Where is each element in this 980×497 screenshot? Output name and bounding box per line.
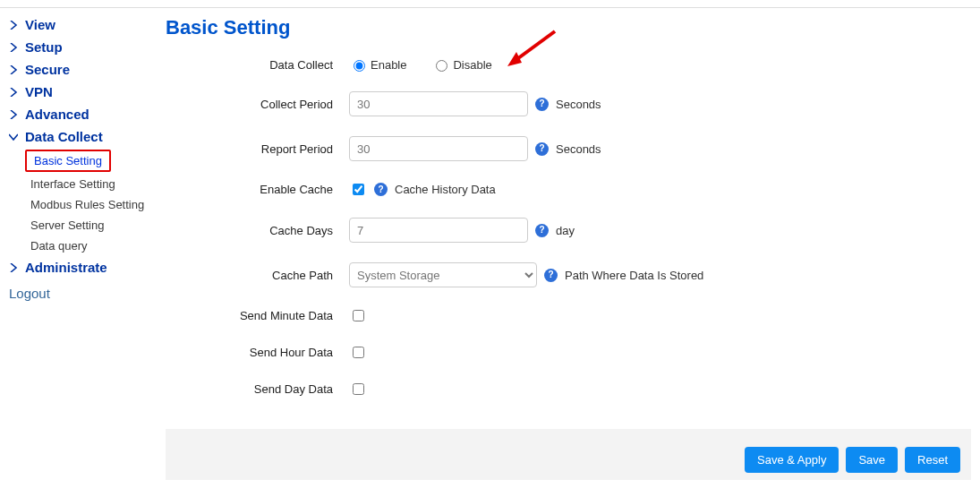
label-send-minute: Send Minute Data (166, 309, 349, 322)
row-collect-period: Collect Period ? Seconds (166, 91, 971, 116)
sidebar-item-administrate[interactable]: Administrate (7, 256, 149, 278)
save-apply-button[interactable]: Save & Apply (745, 447, 839, 473)
row-send-minute: Send Minute Data (166, 307, 971, 324)
help-icon[interactable]: ? (535, 98, 549, 111)
sidebar-sub-interface-setting[interactable]: Interface Setting (25, 174, 149, 194)
unit-report-period: Seconds (556, 142, 601, 156)
page-title: Basic Setting (166, 16, 971, 39)
sidebar-item-data-collect[interactable]: Data Collect (7, 125, 149, 148)
chevron-right-icon (7, 261, 20, 274)
sidebar-sub-data-query[interactable]: Data query (25, 236, 149, 256)
sidebar-item-setup[interactable]: Setup (7, 36, 149, 58)
sidebar-item-label: Data Collect (25, 129, 103, 144)
sidebar-item-label: Secure (25, 62, 70, 77)
row-report-period: Report Period ? Seconds (166, 136, 971, 161)
radio-enable-wrap[interactable]: Enable (349, 57, 406, 72)
row-cache-days: Cache Days ? day (166, 218, 971, 243)
sidebar: View Setup Secure VPN Advanced (0, 0, 157, 310)
label-send-hour: Send Hour Data (166, 346, 349, 359)
sidebar-sub-modbus-rules[interactable]: Modbus Rules Setting (25, 194, 149, 215)
unit-cache-days: day (556, 224, 575, 237)
label-send-day: Send Day Data (166, 382, 349, 396)
help-text-enable-cache: Cache History Data (395, 183, 496, 196)
chevron-right-icon (7, 86, 20, 99)
footer-bar: Save & Apply Save Reset (166, 429, 971, 480)
label-collect-period: Collect Period (166, 98, 349, 111)
help-text-cache-path: Path Where Data Is Stored (565, 269, 703, 282)
label-cache-days: Cache Days (166, 224, 349, 237)
chevron-down-icon (7, 131, 20, 143)
help-icon[interactable]: ? (374, 183, 388, 196)
checkbox-send-day[interactable] (353, 383, 364, 395)
checkbox-enable-cache[interactable] (353, 184, 364, 195)
chevron-right-icon (7, 64, 20, 76)
radio-disable-wrap[interactable]: Disable (431, 57, 491, 72)
layout: View Setup Secure VPN Advanced (0, 0, 980, 480)
radio-enable-label: Enable (371, 58, 406, 72)
save-button[interactable]: Save (846, 447, 898, 473)
input-cache-days[interactable] (349, 218, 528, 243)
chevron-right-icon (7, 108, 20, 121)
label-report-period: Report Period (166, 142, 349, 156)
row-enable-cache: Enable Cache ? Cache History Data (166, 181, 971, 198)
row-send-hour: Send Hour Data (166, 344, 971, 361)
radio-enable[interactable] (354, 60, 365, 72)
help-icon[interactable]: ? (535, 142, 549, 156)
sidebar-item-label: Administrate (25, 260, 107, 275)
label-data-collect: Data Collect (166, 58, 349, 72)
input-report-period[interactable] (349, 136, 528, 161)
radio-disable[interactable] (436, 60, 447, 72)
select-cache-path[interactable]: System Storage (349, 262, 537, 287)
sidebar-sub-server-setting[interactable]: Server Setting (25, 215, 149, 236)
row-data-collect: Data Collect Enable Disable (166, 57, 971, 72)
sidebar-item-label: VPN (25, 84, 53, 99)
sidebar-sub-data-collect: Basic Setting Interface Setting Modbus R… (25, 148, 149, 256)
sidebar-item-label: Setup (25, 39, 63, 55)
sidebar-item-vpn[interactable]: VPN (7, 81, 149, 103)
chevron-right-icon (7, 19, 20, 31)
chevron-right-icon (7, 41, 20, 54)
sidebar-item-label: View (25, 17, 55, 32)
sidebar-sub-basic-setting[interactable]: Basic Setting (25, 150, 111, 172)
radio-disable-label: Disable (453, 58, 491, 72)
main-panel: Basic Setting Data Collect Enable Disabl… (157, 0, 980, 480)
help-icon[interactable]: ? (535, 224, 549, 237)
unit-collect-period: Seconds (556, 98, 601, 111)
label-cache-path: Cache Path (166, 269, 349, 282)
checkbox-send-minute[interactable] (353, 310, 364, 321)
sidebar-item-view[interactable]: View (7, 13, 149, 36)
sidebar-item-secure[interactable]: Secure (7, 58, 149, 81)
sidebar-item-advanced[interactable]: Advanced (7, 103, 149, 125)
checkbox-send-hour[interactable] (353, 347, 364, 358)
input-collect-period[interactable] (349, 91, 528, 116)
row-cache-path: Cache Path System Storage ? Path Where D… (166, 262, 971, 287)
row-send-day: Send Day Data (166, 381, 971, 398)
logout-link[interactable]: Logout (7, 278, 149, 301)
label-enable-cache: Enable Cache (166, 183, 349, 196)
help-icon[interactable]: ? (544, 269, 558, 282)
sidebar-item-label: Advanced (25, 107, 89, 122)
reset-button[interactable]: Reset (905, 447, 960, 473)
